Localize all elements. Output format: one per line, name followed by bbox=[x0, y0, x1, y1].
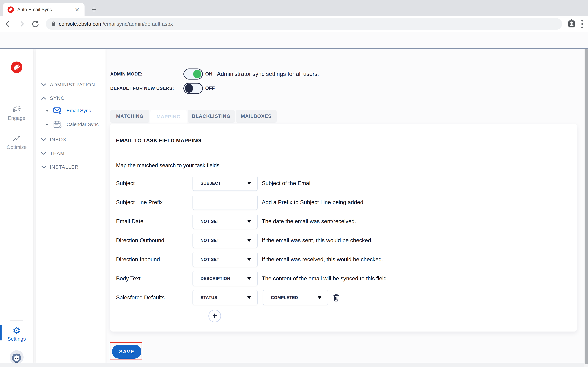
calendar-sync-icon bbox=[53, 121, 62, 128]
lock-icon bbox=[51, 21, 56, 27]
admin-mode-description: Administrator sync settings for all user… bbox=[217, 71, 319, 77]
default-users-label: DEFAULT FOR NEW USERS: bbox=[110, 86, 183, 91]
subject-prefix-field-wrap bbox=[192, 195, 258, 210]
mapping-row-salesforce-defaults: Salesforce Defaults STATUS COMPLETED bbox=[116, 290, 571, 305]
tab-close-icon[interactable]: ✕ bbox=[73, 7, 81, 13]
row-label: Subject Line Prefix bbox=[116, 199, 192, 206]
mapping-rows: Subject SUBJECT Subject of the Email Sub… bbox=[116, 176, 571, 309]
select-value: COMPLETED bbox=[271, 295, 298, 300]
row-label: Email Date bbox=[116, 218, 192, 225]
mapping-row-subject-prefix: Subject Line Prefix Add a Prefix to Subj… bbox=[116, 195, 571, 210]
salesforce-default-field-select[interactable]: STATUS bbox=[192, 290, 258, 305]
body-text-select[interactable]: DESCRIPTION bbox=[192, 271, 258, 286]
email-date-select[interactable]: NOT SET bbox=[192, 214, 258, 229]
row-description: The content of the email will be synced … bbox=[262, 275, 387, 282]
profile-icon[interactable] bbox=[568, 20, 575, 27]
row-description: If the email was sent, this would be che… bbox=[262, 237, 372, 244]
sync-tabs: MATCHING MAPPING BLACKLISTING MAILBOXES bbox=[110, 110, 277, 124]
row-label: Salesforce Defaults bbox=[116, 294, 192, 301]
sidebar-settings-label: Settings bbox=[0, 336, 33, 342]
nav-email-sync-label: Email Sync bbox=[67, 108, 91, 113]
mapping-row-body-text: Body Text DESCRIPTION The content of the… bbox=[116, 271, 571, 286]
back-icon[interactable] bbox=[2, 18, 14, 30]
bullet-icon bbox=[46, 110, 48, 111]
default-users-state: OFF bbox=[205, 86, 215, 91]
sidebar-item-engage[interactable]: Engage bbox=[0, 105, 33, 121]
trash-icon[interactable] bbox=[333, 294, 339, 302]
toggle-knob bbox=[185, 84, 193, 93]
nav-item-calendar-sync[interactable]: Calendar Sync bbox=[46, 120, 99, 129]
app-region: Engage Optimize ⚙ Settings bbox=[0, 32, 588, 367]
default-users-toggle[interactable] bbox=[183, 83, 203, 94]
mapping-row-subject: Subject SUBJECT Subject of the Email bbox=[116, 176, 571, 191]
dropdown-caret-icon bbox=[318, 296, 322, 299]
heading-rule bbox=[116, 148, 571, 148]
salesforce-default-value-select[interactable]: COMPLETED bbox=[263, 290, 328, 305]
row-label: Direction Outbound bbox=[116, 237, 192, 244]
nav-item-email-sync[interactable]: Email Sync bbox=[46, 106, 91, 115]
mapping-card: EMAIL TO TASK FIELD MAPPING Map the matc… bbox=[110, 124, 577, 332]
select-value: STATUS bbox=[200, 295, 217, 300]
save-annotation-box: SAVE bbox=[110, 342, 142, 359]
sidebar-item-settings[interactable]: ⚙ Settings bbox=[0, 326, 33, 342]
tab-title: Auto Email Sync bbox=[17, 7, 73, 12]
mapping-row-email-date: Email Date NOT SET The date the email wa… bbox=[116, 214, 571, 229]
tab-blacklisting[interactable]: BLACKLISTING bbox=[188, 110, 235, 123]
chevron-down-icon bbox=[41, 83, 46, 86]
ebsta-favicon-icon bbox=[8, 7, 14, 13]
browser-tab[interactable]: Auto Email Sync ✕ bbox=[3, 3, 85, 16]
row-description: If the email was received, this would be… bbox=[262, 256, 383, 263]
nav-sync-label: SYNC bbox=[50, 95, 65, 101]
direction-outbound-select[interactable]: NOT SET bbox=[192, 233, 258, 248]
row-description: The date the email was sent/received. bbox=[262, 218, 356, 225]
sidebar-engage-label: Engage bbox=[0, 115, 33, 121]
sidebar-item-optimize[interactable]: Optimize bbox=[0, 135, 33, 150]
nav-item-installer[interactable]: INSTALLER bbox=[41, 163, 78, 171]
nav-team-label: TEAM bbox=[50, 151, 65, 156]
nav-item-team[interactable]: TEAM bbox=[41, 149, 65, 158]
admin-mode-row: ADMIN MODE: ON Administrator sync settin… bbox=[110, 68, 319, 80]
ebsta-logo-icon[interactable] bbox=[11, 61, 22, 73]
dropdown-caret-icon bbox=[247, 239, 251, 242]
reload-icon[interactable] bbox=[30, 18, 41, 30]
tab-mailboxes[interactable]: MAILBOXES bbox=[236, 110, 277, 123]
nav-item-inbox[interactable]: INBOX bbox=[41, 135, 67, 144]
avatar[interactable] bbox=[10, 350, 24, 364]
menu-dots-icon[interactable] bbox=[581, 20, 583, 28]
nav-installer-label: INSTALLER bbox=[50, 164, 78, 170]
admin-mode-label: ADMIN MODE: bbox=[110, 71, 183, 77]
bottom-strip bbox=[0, 363, 584, 367]
dropdown-caret-icon bbox=[247, 220, 251, 223]
select-value: NOT SET bbox=[200, 257, 219, 262]
dropdown-caret-icon bbox=[247, 182, 251, 185]
row-label: Body Text bbox=[116, 275, 192, 282]
plus-icon: + bbox=[212, 311, 217, 320]
subject-select[interactable]: SUBJECT bbox=[192, 176, 258, 191]
save-button[interactable]: SAVE bbox=[112, 345, 141, 359]
nav-inbox-label: INBOX bbox=[50, 137, 67, 142]
scrollbar-thumb[interactable] bbox=[585, 49, 588, 364]
tab-mapping[interactable]: MAPPING bbox=[150, 110, 187, 124]
bullet-icon bbox=[46, 124, 48, 125]
nav-calendar-sync-label: Calendar Sync bbox=[67, 122, 99, 127]
forward-icon[interactable] bbox=[16, 18, 27, 30]
url-bar[interactable]: console.ebsta.com/emailsync/admin/defaul… bbox=[46, 18, 562, 30]
subject-prefix-input[interactable] bbox=[193, 195, 257, 209]
new-tab-icon[interactable]: + bbox=[88, 4, 100, 15]
nav-item-administration[interactable]: ADMINISTRATION bbox=[41, 80, 95, 89]
toggle-knob bbox=[193, 70, 201, 78]
toolbar-right bbox=[568, 20, 588, 28]
tab-matching[interactable]: MATCHING bbox=[110, 110, 149, 123]
direction-inbound-select[interactable]: NOT SET bbox=[192, 252, 258, 267]
settings-nav: ADMINISTRATION SYNC Email Sync Calendar … bbox=[36, 49, 105, 363]
page-scrollbar[interactable] bbox=[584, 49, 588, 367]
admin-mode-state: ON bbox=[205, 71, 212, 77]
chevron-down-icon bbox=[41, 152, 46, 155]
sidebar-divider bbox=[10, 320, 23, 320]
nav-item-sync[interactable]: SYNC bbox=[41, 94, 65, 103]
add-mapping-button[interactable]: + bbox=[208, 310, 221, 322]
trend-up-icon bbox=[12, 135, 21, 143]
row-description: Add a Prefix to Subject Line being added bbox=[262, 199, 363, 206]
dropdown-caret-icon bbox=[247, 296, 251, 299]
admin-mode-toggle[interactable] bbox=[183, 68, 203, 80]
